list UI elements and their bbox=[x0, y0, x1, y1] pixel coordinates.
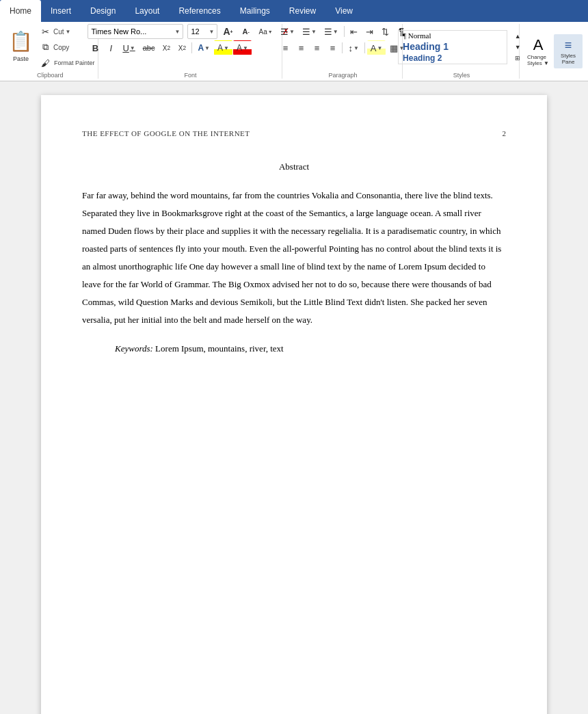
para-sep1 bbox=[344, 26, 345, 37]
format-painter-row: 🖌 Format Painter bbox=[38, 55, 95, 70]
superscript-button[interactable]: X2 bbox=[174, 40, 189, 55]
formatting-row: B I U▼ abc X2 X2 A▼ A▼ A▼ bbox=[88, 40, 252, 55]
font-name-row: Times New Ro... ▼ 12 ▼ A+ A- Aa▼ ✗ bbox=[88, 24, 293, 39]
style-normal[interactable]: ¶ Normal bbox=[399, 31, 507, 40]
cut-label: Cut bbox=[53, 28, 64, 36]
paragraph-group-label: Paragraph bbox=[328, 72, 357, 79]
keywords-line: Keywords: Lorem Ipsum, mountains, river,… bbox=[82, 340, 506, 358]
tab-layout[interactable]: Layout bbox=[125, 0, 169, 22]
tab-review[interactable]: Review bbox=[280, 0, 325, 22]
font-group: Times New Ro... ▼ 12 ▼ A+ A- Aa▼ ✗ B I U… bbox=[100, 24, 282, 79]
cut-button[interactable]: ✂ bbox=[38, 24, 53, 39]
font-name-value: Times New Ro... bbox=[91, 27, 174, 36]
para-sep2 bbox=[342, 42, 343, 53]
align-right-button[interactable]: ≡ bbox=[309, 40, 324, 55]
bold-button[interactable]: B bbox=[88, 40, 103, 55]
page-header: THE EFFECT OF GOOGLE ON THE INTERNET 2 bbox=[82, 129, 506, 137]
change-case-button[interactable]: Aa▼ bbox=[256, 24, 276, 39]
font-size-dropdown-arrow: ▼ bbox=[209, 29, 214, 35]
abstract-title: Abstract bbox=[82, 158, 506, 176]
italic-button[interactable]: I bbox=[103, 40, 118, 55]
underline-button[interactable]: U▼ bbox=[119, 40, 138, 55]
shading-button[interactable]: A▼ bbox=[367, 40, 386, 55]
styles-group-label: Styles bbox=[453, 72, 470, 79]
decrease-font-button[interactable]: A- bbox=[239, 24, 254, 39]
copy-label: Copy bbox=[53, 44, 69, 51]
paragraph-group: ☰▼ ☰▼ ☰▼ ⇤ ⇥ ⇅ ¶ ≡ ≡ ≡ ≡ ↕▼ A▼ ▦▼ Parag bbox=[284, 24, 403, 79]
keywords-text: Lorem Ipsum, mountains, river, text bbox=[153, 343, 284, 354]
styles-pane-group: A ChangeStyles ▼ ≡ Styles Pane bbox=[521, 24, 585, 79]
paragraph-top-row: ☰▼ ☰▼ ☰▼ ⇤ ⇥ ⇅ ¶ bbox=[277, 24, 409, 39]
cut-dropdown: ▼ bbox=[66, 29, 71, 35]
text-highlight-button[interactable]: A▼ bbox=[214, 40, 232, 55]
paragraph-bottom-row: ≡ ≡ ≡ ≡ ↕▼ A▼ ▦▼ bbox=[278, 40, 407, 55]
line-spacing-button[interactable]: ↕▼ bbox=[345, 40, 362, 55]
style-heading1[interactable]: Heading 1 bbox=[399, 40, 507, 53]
increase-font-button[interactable]: A+ bbox=[219, 24, 236, 39]
align-left-button[interactable]: ≡ bbox=[278, 40, 293, 55]
styles-group: ¶ Normal Heading 1 Heading 2 ▲ ▼ ⊞ Style… bbox=[404, 24, 520, 79]
document-page: THE EFFECT OF GOOGLE ON THE INTERNET 2 A… bbox=[41, 95, 547, 714]
decrease-indent-button[interactable]: ⇤ bbox=[347, 24, 362, 39]
styles-pane-group-top: A ChangeStyles ▼ ≡ Styles Pane bbox=[524, 24, 583, 79]
styles-pane-label: Styles Pane bbox=[554, 53, 582, 65]
clipboard-sub-group: ✂ Cut ▼ ⧉ Copy 🖌 Format Painter bbox=[38, 24, 95, 70]
text-effects-button[interactable]: A▼ bbox=[194, 40, 213, 55]
clipboard-label: Clipboard bbox=[37, 72, 64, 79]
copy-row: ⧉ Copy bbox=[38, 40, 95, 55]
style-heading2[interactable]: Heading 2 bbox=[399, 53, 507, 64]
change-styles-button[interactable]: A ChangeStyles ▼ bbox=[524, 34, 552, 68]
main-area: THE EFFECT OF GOOGLE ON THE INTERNET 2 A… bbox=[0, 81, 588, 714]
font-name-dropdown-arrow: ▼ bbox=[174, 29, 180, 35]
paste-label: Paste bbox=[13, 55, 29, 62]
font-color-button[interactable]: A▼ bbox=[233, 40, 252, 55]
paste-icon: 📋 bbox=[9, 32, 33, 51]
font-size-selector[interactable]: 12 ▼ bbox=[187, 24, 217, 39]
subscript-button[interactable]: X2 bbox=[159, 40, 174, 55]
clipboard-group-top: 📋 Paste ✂ Cut ▼ ⧉ Copy 🖌 Format Painter bbox=[5, 24, 95, 70]
paste-button[interactable]: 📋 Paste bbox=[5, 30, 36, 64]
clipboard-group: 📋 Paste ✂ Cut ▼ ⧉ Copy 🖌 Format Painter bbox=[3, 24, 98, 79]
tab-references[interactable]: References bbox=[169, 0, 230, 22]
bullet-list-button[interactable]: ☰▼ bbox=[277, 24, 298, 39]
tab-mailings[interactable]: Mailings bbox=[230, 0, 280, 22]
justify-button[interactable]: ≡ bbox=[325, 40, 340, 55]
format-painter-button[interactable]: 🖌 bbox=[38, 55, 53, 70]
align-center-button[interactable]: ≡ bbox=[293, 40, 308, 55]
strikethrough-button[interactable]: abc bbox=[139, 40, 159, 55]
ribbon-tabs: Home Insert Design Layout References Mai… bbox=[0, 0, 588, 22]
increase-indent-button[interactable]: ⇥ bbox=[362, 24, 377, 39]
ribbon-toolbar: 📋 Paste ✂ Cut ▼ ⧉ Copy 🖌 Format Painter bbox=[0, 22, 588, 81]
cut-row: ✂ Cut ▼ bbox=[38, 24, 95, 39]
tab-design[interactable]: Design bbox=[81, 0, 125, 22]
styles-gallery: ¶ Normal Heading 1 Heading 2 bbox=[398, 30, 507, 64]
header-text: THE EFFECT OF GOOGLE ON THE INTERNET bbox=[82, 129, 250, 137]
font-size-value: 12 bbox=[191, 27, 208, 36]
tab-view[interactable]: View bbox=[325, 0, 362, 22]
font-name-selector[interactable]: Times New Ro... ▼ bbox=[88, 24, 183, 39]
sort-button[interactable]: ⇅ bbox=[378, 24, 393, 39]
tab-insert[interactable]: Insert bbox=[41, 0, 81, 22]
copy-button[interactable]: ⧉ bbox=[38, 40, 53, 55]
styles-pane-button[interactable]: ≡ Styles Pane bbox=[554, 34, 583, 68]
tab-home[interactable]: Home bbox=[0, 0, 41, 22]
styles-group-top: ¶ Normal Heading 1 Heading 2 ▲ ▼ ⊞ bbox=[398, 24, 525, 70]
para-sep3 bbox=[364, 42, 365, 53]
multilevel-list-button[interactable]: ☰▼ bbox=[321, 24, 342, 39]
number-list-button[interactable]: ☰▼ bbox=[299, 24, 320, 39]
abstract-body[interactable]: Far far away, behind the word mountains,… bbox=[82, 187, 506, 329]
page-number: 2 bbox=[503, 129, 507, 137]
keywords-label: Keywords: bbox=[115, 343, 153, 354]
change-styles-label: ChangeStyles ▼ bbox=[527, 54, 549, 66]
paragraph-group-top: ☰▼ ☰▼ ☰▼ ⇤ ⇥ ⇅ ¶ ≡ ≡ ≡ ≡ ↕▼ A▼ ▦▼ bbox=[277, 24, 409, 70]
page-content: Abstract Far far away, behind the word m… bbox=[82, 158, 506, 358]
font-group-top: Times New Ro... ▼ 12 ▼ A+ A- Aa▼ ✗ B I U… bbox=[88, 24, 293, 70]
fmt-separator bbox=[191, 42, 192, 53]
font-group-label: Font bbox=[185, 72, 197, 79]
styles-icon: A bbox=[533, 36, 544, 54]
styles-pane-icon: ≡ bbox=[565, 38, 572, 53]
